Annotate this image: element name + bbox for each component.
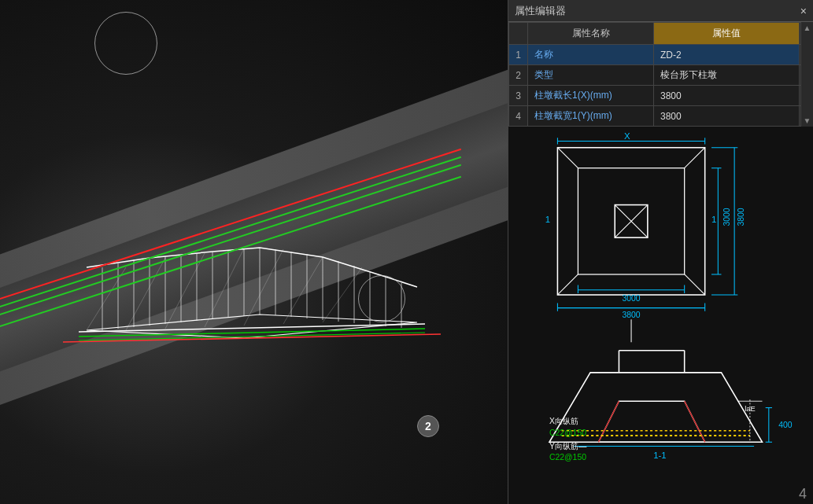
row-number: 3 bbox=[509, 86, 528, 106]
property-rows: 1 名称 ZD-2 2 类型 棱台形下柱墩 3 柱墩截长1(X)(mm) 380… bbox=[509, 45, 813, 127]
svg-text:X向纵筋: X向纵筋 bbox=[549, 417, 578, 425]
property-editor-header: 属性编辑器 × bbox=[508, 0, 813, 22]
svg-text:3800: 3800 bbox=[737, 208, 745, 226]
svg-text:1: 1 bbox=[711, 215, 716, 224]
3d-viewport[interactable]: 2 bbox=[0, 0, 508, 504]
svg-text:3800: 3800 bbox=[622, 311, 640, 319]
prop-value-cell: 3800 bbox=[654, 106, 800, 127]
svg-text:3000: 3000 bbox=[722, 208, 731, 226]
row-number: 2 bbox=[509, 65, 528, 86]
svg-line-21 bbox=[79, 324, 425, 332]
table-row[interactable]: 2 类型 棱台形下柱墩 bbox=[509, 65, 813, 86]
prop-value-cell: 棱台形下柱墩 bbox=[654, 65, 800, 86]
prop-value-cell: ZD-2 bbox=[654, 45, 800, 65]
prop-name-cell: 名称 bbox=[528, 45, 654, 65]
badge-2: 2 bbox=[417, 415, 439, 437]
svg-line-23 bbox=[126, 258, 165, 330]
circle-marker-2 bbox=[358, 275, 405, 322]
svg-text:1-1: 1-1 bbox=[653, 451, 667, 460]
col-name-header: 属性名称 bbox=[528, 23, 654, 45]
svg-text:C22@150: C22@150 bbox=[549, 453, 586, 462]
main-container: 2 属性编辑器 × 属性名称 属性值 1 bbox=[0, 0, 813, 504]
row-number: 1 bbox=[509, 45, 528, 65]
svg-text:1: 1 bbox=[545, 215, 550, 224]
col-num-header bbox=[509, 23, 528, 45]
property-table-section: 属性名称 属性值 1 名称 ZD-2 2 类型 棱台形下柱墩 3 柱墩截长1(X… bbox=[508, 22, 813, 127]
prop-name-cell: 柱墩截长1(X)(mm) bbox=[528, 86, 654, 106]
svg-line-30 bbox=[79, 333, 425, 340]
svg-text:3000: 3000 bbox=[622, 294, 640, 303]
table-row[interactable]: 4 柱墩截宽1(Y)(mm) 3800 bbox=[509, 106, 813, 127]
svg-text:X: X bbox=[624, 131, 630, 141]
technical-drawing-svg: X 1 1 3000 3800 3000 bbox=[508, 127, 813, 504]
svg-line-28 bbox=[323, 267, 362, 322]
svg-line-27 bbox=[283, 257, 323, 324]
circle-marker-1 bbox=[94, 12, 157, 75]
close-button[interactable]: × bbox=[800, 5, 807, 17]
corner-number: 4 bbox=[799, 486, 807, 502]
row-number: 4 bbox=[509, 106, 528, 127]
prop-name-cell: 柱墩截宽1(Y)(mm) bbox=[528, 106, 654, 127]
property-editor-title: 属性编辑器 bbox=[515, 4, 566, 18]
drawing-area: X 1 1 3000 3800 3000 bbox=[508, 127, 813, 504]
svg-text:C22@150: C22@150 bbox=[549, 429, 586, 437]
prop-value-cell: 3800 bbox=[654, 86, 800, 106]
svg-text:Y向纵筋—: Y向纵筋— bbox=[549, 442, 587, 451]
table-row[interactable]: 1 名称 ZD-2 bbox=[509, 45, 813, 65]
scroll-up[interactable]: ▲ bbox=[804, 24, 811, 32]
svg-text:laE: laE bbox=[745, 405, 756, 413]
right-panel: 属性编辑器 × 属性名称 属性值 1 名称 ZD-2 bbox=[508, 0, 813, 504]
prop-name-cell: 类型 bbox=[528, 65, 654, 86]
scrollbar[interactable]: ▲ ▼ bbox=[800, 22, 813, 127]
property-table: 属性名称 属性值 1 名称 ZD-2 2 类型 棱台形下柱墩 3 柱墩截长1(X… bbox=[508, 22, 813, 127]
svg-line-25 bbox=[205, 248, 244, 327]
table-row[interactable]: 3 柱墩截长1(X)(mm) 3800 bbox=[509, 86, 813, 106]
svg-text:400: 400 bbox=[778, 421, 793, 429]
col-value-header: 属性值 bbox=[654, 23, 800, 45]
svg-line-26 bbox=[244, 249, 283, 326]
scroll-down[interactable]: ▼ bbox=[804, 116, 811, 125]
